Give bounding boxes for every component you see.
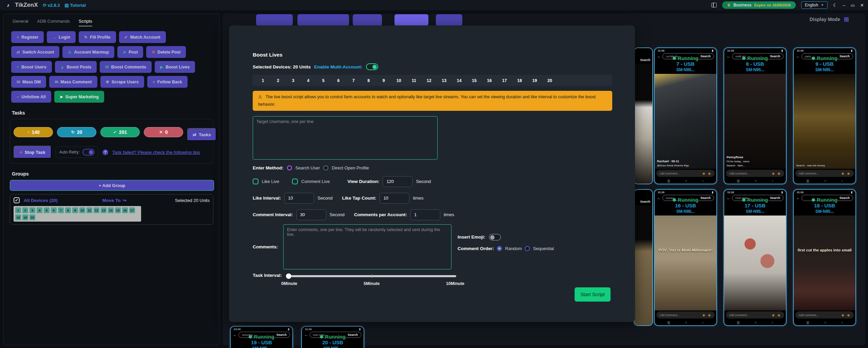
- license-badge[interactable]: ♛ Business Expire on 16/09/2026: [722, 1, 795, 9]
- modal-device-number[interactable]: 7: [346, 78, 361, 83]
- device-number-chip[interactable]: 19: [22, 214, 28, 220]
- phone-thumbnail[interactable]: 11:26 ▮ ← party Search Running 9 - USB S…: [793, 47, 856, 184]
- device-number-chip[interactable]: 9: [72, 207, 78, 213]
- tab-adb-commands[interactable]: ADB Commands: [37, 19, 70, 26]
- device-number-chip[interactable]: 14: [108, 207, 114, 213]
- order-sequential-radio[interactable]: [525, 246, 530, 251]
- comments-textarea[interactable]: [283, 224, 451, 269]
- device-number-chip[interactable]: 13: [101, 207, 107, 213]
- version-link[interactable]: ⟳ v2.8.3: [43, 3, 60, 8]
- modal-device-number[interactable]: 8: [361, 78, 377, 83]
- script-button[interactable]: − Unfollow All: [11, 91, 51, 103]
- hidden-toolbar-button[interactable]: [256, 14, 293, 26]
- hidden-toolbar-button[interactable]: [394, 14, 428, 26]
- target-username-textarea[interactable]: [253, 116, 438, 160]
- script-button[interactable]: ♨ Account Warmup: [62, 46, 114, 58]
- modal-device-number[interactable]: 9: [376, 78, 391, 83]
- hidden-toolbar-button[interactable]: [353, 14, 382, 26]
- script-button[interactable]: + Register: [11, 31, 44, 43]
- add-comment-bar[interactable]: Add comment... ◉ ◉: [726, 311, 784, 319]
- modal-device-number[interactable]: 19: [527, 78, 542, 83]
- modal-device-number[interactable]: 4: [301, 78, 316, 83]
- modal-device-number[interactable]: 11: [406, 78, 422, 83]
- add-comment-bar[interactable]: Add comment... ◉ ◉: [795, 170, 854, 177]
- script-button[interactable]: ✖ Delete Post: [146, 46, 186, 58]
- device-number-chip[interactable]: 3: [30, 207, 35, 213]
- device-number-chip[interactable]: 17: [129, 207, 135, 213]
- device-number-chip[interactable]: 16: [122, 207, 128, 213]
- script-button[interactable]: ✉ Mass Comment: [49, 76, 97, 88]
- device-number-chip[interactable]: 5: [44, 207, 50, 213]
- add-comment-bar[interactable]: Add comment... ◉ ◉: [726, 170, 784, 177]
- script-button[interactable]: ▲ Boost Posts: [55, 61, 97, 73]
- script-button[interactable]: ✉ Boost Comments: [100, 61, 152, 73]
- task-interval-slider[interactable]: [287, 275, 456, 277]
- device-number-chip[interactable]: 20: [30, 214, 35, 220]
- order-sequential-label[interactable]: Sequential: [533, 246, 554, 251]
- add-comment-bar[interactable]: Add comment... ◉ ◉: [795, 311, 854, 319]
- device-number-chip[interactable]: 11: [86, 207, 92, 213]
- direct-open-label[interactable]: Direct Open Profile: [332, 165, 369, 170]
- device-number-chip[interactable]: 6: [51, 207, 57, 213]
- modal-device-number[interactable]: 20: [542, 78, 558, 83]
- direct-open-radio[interactable]: [323, 165, 328, 170]
- phone-thumbnail[interactable]: 11:26 ▮ ← Find relate Search Running 17 …: [724, 189, 787, 326]
- modal-device-number[interactable]: 15: [467, 78, 482, 83]
- device-number-chip[interactable]: 2: [22, 207, 28, 213]
- add-group-button[interactable]: + Add Group: [10, 180, 214, 191]
- device-number-chip[interactable]: 12: [94, 207, 99, 213]
- panel-toggle-icon[interactable]: [711, 3, 717, 7]
- device-number-chip[interactable]: 1: [15, 207, 21, 213]
- modal-device-number[interactable]: 16: [482, 78, 497, 83]
- add-comment-bar[interactable]: Add comment... ◉ ◉: [656, 170, 715, 177]
- group-checkbox[interactable]: ✓: [14, 197, 20, 203]
- phone-thumbnail[interactable]: 11:26 ▮ ← outfit of t Search Running 8 -…: [724, 47, 787, 184]
- device-number-chip[interactable]: 4: [37, 207, 42, 213]
- start-script-button[interactable]: Start Script: [575, 287, 611, 302]
- tab-general[interactable]: General: [13, 19, 28, 26]
- modal-device-number[interactable]: 6: [331, 78, 346, 83]
- phone-thumbnail[interactable]: 11:26 ▮ ← Let Me As Search Running 7 - U…: [654, 47, 717, 184]
- group-name[interactable]: All Devices (20): [24, 198, 58, 203]
- tasks-button[interactable]: ⇄ Tasks: [187, 128, 216, 141]
- phone-thumbnail[interactable]: 23:26 ▮ ← velveting Search Running 19 - …: [230, 326, 293, 348]
- comment-live-label[interactable]: Comment Live: [301, 179, 330, 184]
- script-button[interactable]: ✎ Fill Profile: [79, 31, 116, 43]
- add-comment-bar[interactable]: Add comment... ◉ ◉: [656, 311, 715, 319]
- script-button[interactable]: + Boost Users: [11, 61, 52, 73]
- modal-device-number[interactable]: 12: [422, 78, 437, 83]
- modal-device-number[interactable]: 1: [255, 78, 271, 83]
- script-button[interactable]: ✔ Match Account: [119, 31, 166, 43]
- slider-thumb[interactable]: [286, 273, 291, 279]
- maximize-button[interactable]: ▭: [851, 3, 855, 8]
- device-number-chip[interactable]: 8: [65, 207, 71, 213]
- device-number-chip[interactable]: 7: [58, 207, 64, 213]
- modal-device-number[interactable]: 17: [497, 78, 512, 83]
- script-button[interactable]: → Login: [47, 31, 76, 43]
- comment-live-checkbox[interactable]: [292, 179, 298, 184]
- search-user-radio[interactable]: [287, 165, 292, 170]
- script-button[interactable]: ✉ Mass DM: [11, 76, 46, 88]
- move-to-link[interactable]: Move To ↪: [102, 198, 127, 203]
- like-live-checkbox[interactable]: [253, 179, 258, 184]
- multi-account-toggle[interactable]: [366, 63, 378, 70]
- dark-mode-toggle-icon[interactable]: ☾: [833, 2, 837, 8]
- modal-device-number[interactable]: 18: [512, 78, 527, 83]
- close-button[interactable]: ✕: [860, 3, 864, 8]
- hidden-toolbar-button[interactable]: [436, 14, 462, 26]
- modal-device-number[interactable]: 13: [437, 78, 452, 83]
- script-button[interactable]: ➤ Super Marketing: [54, 91, 104, 103]
- phone-thumbnail-partial[interactable]: Search: [634, 189, 653, 326]
- help-icon[interactable]: ?: [102, 149, 108, 155]
- device-number-chip[interactable]: 15: [115, 207, 121, 213]
- tab-scripts[interactable]: Scripts: [79, 19, 92, 26]
- script-button[interactable]: ▶ Boost Lives: [155, 61, 195, 73]
- phone-thumbnail[interactable]: 11:26 ▮ ← leah hallo Search Running 20 -…: [301, 326, 364, 348]
- phone-thumbnail-partial[interactable]: Search: [634, 47, 653, 184]
- modal-device-number[interactable]: 14: [452, 78, 467, 83]
- task-failed-link[interactable]: Task failed? Please check the following …: [112, 150, 200, 155]
- search-user-label[interactable]: Search User: [295, 165, 320, 170]
- script-button[interactable]: + Follow Back: [147, 76, 188, 88]
- modal-device-number[interactable]: 2: [271, 78, 286, 83]
- order-random-label[interactable]: Random: [505, 246, 522, 251]
